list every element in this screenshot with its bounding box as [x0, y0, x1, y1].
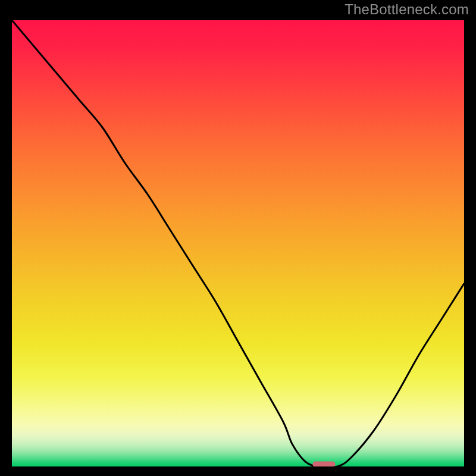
- gradient-background: [12, 20, 464, 466]
- optimal-marker: [312, 461, 335, 466]
- bottleneck-curve-chart: [12, 20, 464, 466]
- chart-frame: TheBottleneck.com: [0, 0, 476, 476]
- plot-area: [12, 20, 464, 466]
- watermark-text: TheBottleneck.com: [345, 1, 469, 18]
